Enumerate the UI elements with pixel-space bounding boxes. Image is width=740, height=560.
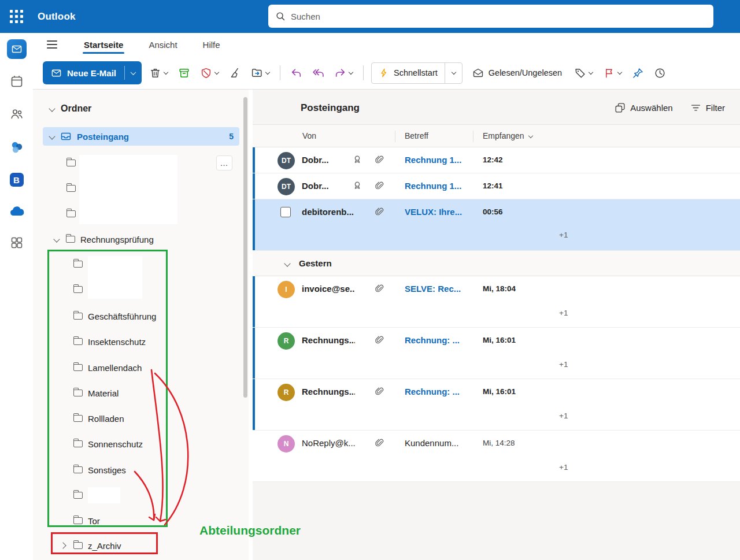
subfolder-material[interactable]: Material — [43, 384, 239, 402]
sweep-button[interactable] — [227, 64, 243, 82]
expand-conversation[interactable]: +1 — [559, 360, 568, 369]
subfolder-tor[interactable]: Tor — [43, 511, 239, 530]
unread-count-badge: 5 — [229, 132, 234, 141]
filter-button[interactable]: Filter — [690, 102, 725, 113]
message-sender: Dobr... — [302, 181, 355, 191]
quick-steps-label: Schnellstart — [394, 68, 438, 77]
reply-button[interactable] — [288, 64, 305, 82]
tab-startseite[interactable]: Startseite — [83, 35, 124, 54]
expand-conversation[interactable]: +1 — [559, 309, 568, 317]
certificate-badge-icon — [352, 180, 362, 191]
search-box[interactable] — [268, 5, 713, 28]
folder-more-button[interactable]: … — [216, 155, 232, 170]
pin-button[interactable] — [630, 64, 646, 82]
folder-icon — [73, 440, 83, 447]
subfolder-insektenschutz[interactable]: Insektenschutz — [43, 332, 239, 351]
folder-label: Posteingang — [77, 132, 129, 142]
tab-ansicht[interactable]: Ansicht — [147, 35, 178, 54]
calendar-icon[interactable] — [10, 75, 24, 88]
more-apps-icon[interactable] — [10, 236, 24, 250]
folder-icon — [73, 542, 83, 549]
avatar[interactable]: I — [278, 281, 295, 298]
message-row-selected[interactable]: debitorenb... VELUX: Ihre... 00:56 +1 — [253, 199, 740, 251]
attachment-icon — [374, 437, 384, 448]
folder-icon — [73, 338, 83, 345]
move-to-button[interactable] — [249, 64, 272, 82]
delete-icon — [149, 67, 161, 79]
subfolder-row[interactable] — [43, 486, 239, 505]
subfolder-geschaeftsfuehrung[interactable]: Geschäftsführung — [43, 307, 239, 325]
subfolder-rollladen[interactable]: Rollladen — [43, 409, 239, 428]
flag-button[interactable] — [601, 64, 624, 82]
delete-button[interactable] — [147, 64, 171, 82]
folder-rechnungspruefung[interactable]: Rechnungsprüfung — [43, 230, 239, 249]
group-header-gestern[interactable]: Gestern — [253, 251, 740, 276]
column-von[interactable]: Von — [302, 131, 316, 140]
mail-icon[interactable] — [7, 39, 27, 59]
message-row[interactable]: R Rechnungs... Rechnung: ... Mi, 16:01 +… — [253, 379, 740, 431]
message-row[interactable]: N NoReply@k... Kundennum... Mi, 14:28 +1 — [253, 431, 740, 482]
row-checkbox[interactable] — [280, 207, 291, 217]
avatar[interactable]: DT — [278, 178, 295, 195]
bookings-icon[interactable]: B — [10, 173, 24, 187]
subfolder-sonstiges[interactable]: Sonstiges — [43, 461, 239, 479]
filter-icon — [690, 102, 701, 113]
tab-hilfe[interactable]: Hilfe — [202, 35, 221, 54]
quick-steps-button[interactable]: Schnellstart — [371, 62, 462, 84]
folder-z-archiv[interactable]: z_Archiv — [43, 536, 239, 555]
forward-button[interactable] — [332, 64, 356, 82]
people-icon[interactable] — [10, 107, 24, 121]
avatar[interactable]: R — [278, 332, 295, 350]
new-mail-button[interactable]: Neue E-Mail — [43, 61, 142, 84]
subfolder-lamellendach[interactable]: Lamellendach — [43, 358, 239, 377]
avatar[interactable]: R — [278, 384, 295, 401]
message-subject: Rechnung: ... — [405, 387, 477, 396]
attachment-icon — [374, 283, 384, 294]
expand-conversation[interactable]: +1 — [559, 231, 568, 239]
tag-button[interactable] — [572, 64, 595, 82]
ribbon-toolbar: Neue E-Mail — [33, 56, 740, 90]
onedrive-icon[interactable] — [9, 206, 25, 217]
archive-button[interactable] — [176, 64, 193, 82]
subfolder-sonnenschutz[interactable]: Sonnenschutz — [43, 435, 239, 453]
attachment-icon — [374, 386, 384, 396]
message-sender: Rechnungs... — [302, 335, 355, 345]
folders-header[interactable]: Ordner — [50, 103, 91, 114]
snooze-clock-button[interactable] — [652, 64, 668, 82]
column-betreff[interactable]: Betreff — [405, 131, 428, 140]
new-mail-dropdown[interactable] — [125, 71, 142, 75]
message-row[interactable]: I invoice@se... SELVE: Rec... Mi, 18:04 … — [253, 276, 740, 328]
hamburger-menu-icon[interactable] — [45, 38, 60, 51]
message-row[interactable]: DT Dobr... Rechnung 1... 12:41 — [253, 173, 740, 199]
avatar[interactable]: DT — [278, 152, 295, 169]
select-button[interactable]: Auswählen — [615, 102, 672, 113]
message-time: 00:56 — [483, 207, 503, 216]
microsoft365-icon[interactable] — [9, 140, 24, 155]
folder-pane-scrollbar[interactable] — [243, 90, 248, 560]
quick-steps-dropdown[interactable] — [445, 72, 462, 74]
app-launcher-button[interactable] — [0, 0, 33, 33]
message-row[interactable]: DT Dobr... Rechnung 1... 12:42 — [253, 147, 740, 173]
avatar[interactable]: N — [278, 435, 295, 453]
message-subject: Rechnung 1... — [405, 155, 477, 165]
message-row[interactable]: R Rechnungs... Rechnung: ... Mi, 16:01 +… — [253, 328, 740, 379]
flag-icon — [603, 67, 615, 79]
block-button[interactable] — [198, 64, 221, 82]
folder-inbox[interactable]: Posteingang 5 — [43, 127, 239, 146]
expand-conversation[interactable]: +1 — [559, 411, 568, 420]
column-empfangen[interactable]: Empfangen — [483, 131, 532, 140]
message-subject: Rechnung: ... — [405, 335, 477, 345]
reply-all-button[interactable] — [310, 64, 327, 82]
unread-indicator — [253, 328, 255, 379]
tag-icon — [574, 67, 586, 79]
folder-pane: Ordner Posteingang 5 … Rechnungsprüfung — [33, 90, 249, 560]
attachment-icon — [374, 154, 384, 165]
read-unread-button[interactable]: Gelesen/Ungelesen — [468, 64, 567, 82]
message-sender: invoice@se... — [302, 284, 355, 294]
archive-icon — [178, 67, 190, 79]
scrollbar-thumb[interactable] — [243, 97, 247, 398]
folder-icon — [73, 466, 83, 473]
expand-conversation[interactable]: +1 — [559, 463, 568, 472]
attachment-icon — [374, 206, 384, 217]
search-input[interactable] — [291, 12, 706, 21]
